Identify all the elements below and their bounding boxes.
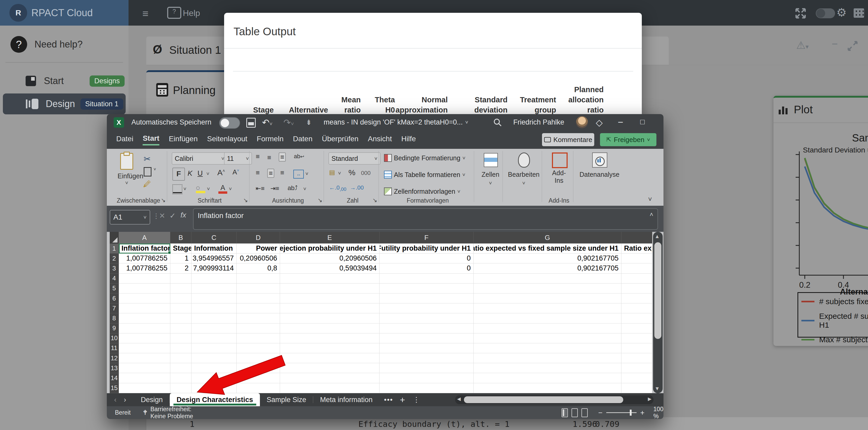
quick-access-icon[interactable]: ⇟ [306,118,312,127]
addins-icon[interactable] [552,153,568,168]
clipboard-dialog-launcher[interactable]: ↘ [161,197,165,204]
cell-B12[interactable] [170,353,191,363]
cell-E13[interactable] [280,363,379,373]
cell-G12[interactable] [473,353,621,363]
row-header-12[interactable]: 12 [110,353,119,363]
cell-F10[interactable] [379,333,473,343]
cell-D5[interactable] [237,284,280,293]
fill-color-button[interactable]: ◌ [196,184,205,194]
cell-G9[interactable] [473,324,621,333]
cell-E3[interactable]: 0,59039494 [280,263,379,273]
menu-tab-ansicht[interactable]: Ansicht [368,135,392,145]
tab-menu-icon[interactable]: ⋮ [413,396,420,404]
menu-tab-datei[interactable]: Datei [116,135,133,145]
merge-center-button[interactable]: ↔ [293,170,304,178]
column-header-G[interactable]: G [473,232,621,243]
formula-input[interactable]: Inflation factor ˄ [193,208,658,230]
cell-A9[interactable] [119,324,170,333]
cell-C1[interactable]: Information [191,243,237,254]
cancel-entry-icon[interactable]: ✕ [159,211,165,220]
cell-H1[interactable]: Ratio exp [621,243,652,254]
cell-C7[interactable] [191,303,237,313]
cell-E7[interactable] [280,303,379,313]
column-header-F[interactable]: F [379,232,473,243]
cell-D6[interactable] [237,293,280,303]
cell-G13[interactable] [473,363,621,373]
cell-B11[interactable] [170,343,191,353]
user-avatar[interactable] [576,116,588,128]
row-header-10[interactable]: 10 [110,333,119,343]
cell-H8[interactable] [621,313,652,323]
data-analysis-button[interactable]: Datenanalyse [576,171,623,178]
cell-H13[interactable] [621,363,652,373]
filename-dropdown-icon[interactable]: ˅ [465,119,468,125]
autosave-toggle[interactable] [219,117,240,129]
cell-B13[interactable] [170,363,191,373]
column-header-clipped[interactable] [621,232,652,243]
add-sheet-icon[interactable]: + [400,395,405,405]
font-dialog-launcher[interactable]: ↘ [243,197,248,204]
name-box[interactable]: A1˅ [110,210,150,225]
cell-B1[interactable]: Stage [170,243,191,254]
cell-F6[interactable] [379,293,473,303]
cell-A10[interactable] [119,333,170,343]
formula-bar-collapse-icon[interactable]: ˄ [650,211,653,218]
align-top-button[interactable]: ≡ [256,153,259,161]
comments-button[interactable]: Kommentare [542,133,594,146]
menu-tab-einfügen[interactable]: Einfügen [169,135,198,145]
share-button[interactable]: ⇱ Freigeben˅ [600,133,656,146]
cell-H2[interactable] [621,254,652,263]
view-page-layout-icon[interactable] [571,408,578,417]
cell-G4[interactable] [473,274,621,284]
cell-D14[interactable] [237,373,280,383]
cell-C5[interactable] [191,284,237,293]
decrease-decimal-button[interactable]: →.00 [350,184,364,191]
align-bottom-button[interactable]: ≡ [279,153,286,162]
font-size-select[interactable]: 11˅ [224,153,252,164]
cell-C14[interactable] [191,373,237,383]
cell-E4[interactable] [280,274,379,284]
hscroll-left-icon[interactable]: ◀ [457,396,461,402]
rpact-logo[interactable]: R [9,4,27,22]
view-normal-icon[interactable] [562,408,568,417]
save-icon[interactable] [246,118,256,128]
cell-D9[interactable] [237,324,280,333]
cell-D8[interactable] [237,313,280,323]
alignment-dialog-launcher[interactable]: ↘ [318,197,322,204]
column-header-C[interactable]: C [191,232,237,243]
cell-G10[interactable] [473,333,621,343]
cell-A1[interactable]: Inflation factor [119,243,170,254]
expand-arrows-icon[interactable] [795,7,807,19]
apps-grid-icon[interactable] [854,8,864,18]
zoom-level[interactable]: 100 % [653,406,663,419]
tab-overflow-icon[interactable]: ••• [384,396,393,404]
addins-button[interactable]: Add-Ins [545,169,574,184]
cell-D4[interactable] [237,274,280,284]
cell-A3[interactable]: 1,007786255 [119,263,170,273]
cell-F2[interactable]: 0 [379,254,473,263]
cell-F8[interactable] [379,313,473,323]
cell-E12[interactable] [280,353,379,363]
number-format-select[interactable]: Standard˅ [329,153,380,164]
cell-F4[interactable] [379,274,473,284]
zoom-in-icon[interactable]: + [640,408,644,417]
cell-B5[interactable] [170,284,191,293]
cell-A4[interactable] [119,274,170,284]
hscroll-right-icon[interactable]: ▶ [648,396,651,402]
cell-H12[interactable] [621,353,652,363]
cell-A11[interactable] [119,343,170,353]
cell-F15[interactable] [379,383,473,393]
cell-E10[interactable] [280,333,379,343]
view-page-break-icon[interactable] [582,408,588,417]
zoom-slider-handle[interactable] [630,410,631,416]
cell-F11[interactable] [379,343,473,353]
cell-D15[interactable] [237,383,280,393]
currency-button[interactable]: ▤ [329,169,335,176]
decrease-indent-button[interactable]: ⇤≡ [256,185,265,192]
cell-E2[interactable]: 0,20960506 [280,254,379,263]
scroll-up-icon[interactable]: ▲ [655,233,660,239]
menu-tab-daten[interactable]: Daten [293,135,313,145]
column-header-D[interactable]: D [237,232,280,243]
cell-A15[interactable] [119,383,170,393]
cell-F12[interactable] [379,353,473,363]
